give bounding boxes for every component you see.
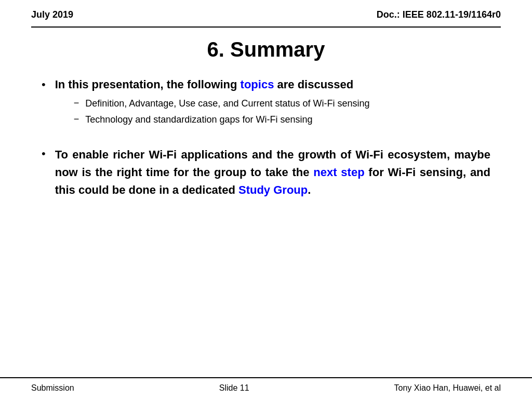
header-date: July 2019 (31, 9, 73, 20)
bullet-1-before: In this presentation, the following (55, 78, 241, 91)
sub-bullets-1: − Definition, Advantage, Use case, and C… (74, 97, 370, 126)
sub-bullet-item-1: − Definition, Advantage, Use case, and C… (74, 97, 370, 110)
footer-submission: Submission (31, 383, 74, 393)
slide: July 2019 Doc.: IEEE 802.11-19/1164r0 6.… (0, 0, 532, 399)
bullet-1-text: In this presentation, the following topi… (55, 78, 354, 91)
bullet-2-after: . (308, 183, 311, 196)
slide-title: 6. Summary (31, 38, 501, 61)
footer: Submission Slide 11 Tony Xiao Han, Huawe… (0, 377, 532, 399)
footer-slide-number: Slide 11 (219, 383, 249, 393)
bullet-item-1: • In this presentation, the following to… (42, 77, 490, 130)
bullet-1-link: topics (241, 78, 274, 91)
bullet-2-link1: next step (313, 166, 364, 179)
header-doc: Doc.: IEEE 802.11-19/1164r0 (377, 9, 501, 20)
header: July 2019 Doc.: IEEE 802.11-19/1164r0 (31, 0, 501, 28)
sub-bullet-dash-1: − (74, 98, 79, 109)
bullet-1-after: are discussed (274, 78, 353, 91)
footer-author: Tony Xiao Han, Huawei, et al (394, 383, 501, 393)
bullet-2-link2: Study Group (238, 183, 308, 196)
bullet-dot-1: • (42, 78, 46, 91)
sub-bullet-text-2: Technology and standardization gaps for … (85, 113, 312, 126)
sub-bullet-dash-2: − (74, 114, 79, 125)
sub-bullet-item-2: − Technology and standardization gaps fo… (74, 113, 370, 126)
bullet-item-2: • To enable richer Wi-Fi applications an… (42, 146, 490, 199)
slide-content: • In this presentation, the following to… (31, 77, 501, 199)
bullet-text-1: In this presentation, the following topi… (55, 77, 370, 130)
sub-bullet-text-1: Definition, Advantage, Use case, and Cur… (85, 97, 369, 110)
bullet-dot-2: • (42, 147, 46, 161)
bullet-text-2: To enable richer Wi-Fi applications and … (55, 146, 490, 199)
